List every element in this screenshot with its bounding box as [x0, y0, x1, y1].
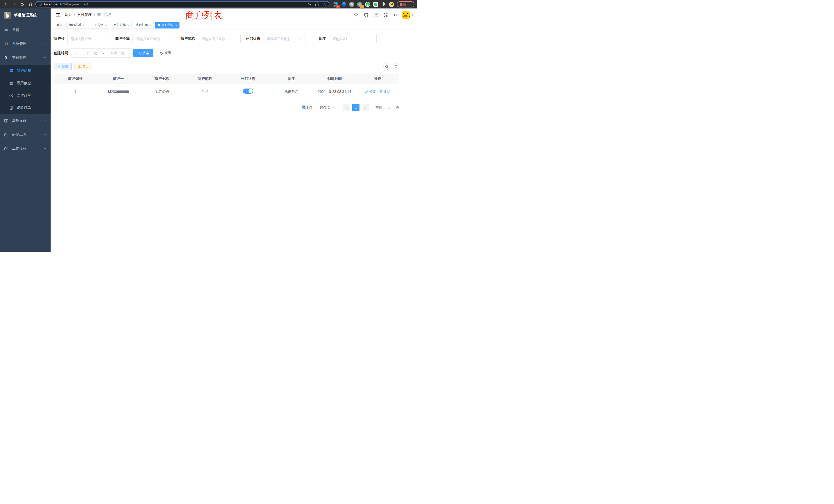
- site-info-icon[interactable]: ⓘ: [39, 2, 42, 7]
- font-size-icon[interactable]: тT: [392, 12, 398, 18]
- tab-merchant-info[interactable]: 商户信息×: [155, 22, 179, 28]
- sidebar-item-app-info[interactable]: ▦ 应用信息: [0, 77, 50, 89]
- sidebar-item-infra[interactable]: 基础设施: [0, 114, 50, 128]
- chevron-down-icon: [43, 42, 46, 45]
- cell-short-name: 芋艿: [183, 89, 226, 94]
- search-button[interactable]: 搜索: [133, 49, 153, 57]
- extensions-puzzle-icon[interactable]: [381, 2, 387, 7]
- next-page-button[interactable]: ›: [362, 104, 369, 111]
- extension-notes-icon[interactable]: [373, 2, 378, 7]
- sidebar-item-pay[interactable]: ¥ 支付管理: [0, 51, 50, 65]
- short-name-label: 商户简称: [180, 37, 195, 41]
- status-select[interactable]: [263, 34, 306, 43]
- edit-link[interactable]: 修改: [365, 89, 376, 94]
- chevron-down-icon: [43, 147, 46, 150]
- sidebar-item-workflow[interactable]: 工作流程: [0, 142, 50, 156]
- calendar-icon: [74, 51, 78, 55]
- close-icon[interactable]: ×: [105, 24, 107, 27]
- export-button[interactable]: 导出: [74, 63, 92, 70]
- full-name-field: [132, 34, 175, 43]
- document-copy-icon: [9, 106, 13, 110]
- close-icon[interactable]: ×: [127, 24, 129, 27]
- browser-home-button[interactable]: [27, 1, 34, 8]
- browser-menu-icon[interactable]: ⋮: [408, 2, 412, 6]
- extension-command-icon[interactable]: ⌘: [349, 2, 355, 7]
- remark-input[interactable]: [332, 37, 373, 41]
- tab-refund-order[interactable]: 退款订单×: [133, 22, 154, 28]
- add-button[interactable]: ＋ 新增: [54, 63, 72, 70]
- grid-icon: ▦: [9, 81, 13, 85]
- sidebar-item-pay-order[interactable]: 支付订单: [0, 89, 50, 101]
- sidebar-item-refund-order[interactable]: 退款订单: [0, 101, 50, 114]
- gear-icon: ⚙: [4, 42, 8, 46]
- bookmark-star-icon[interactable]: ☆: [323, 2, 326, 7]
- end-date-placeholder[interactable]: 结束日期: [107, 51, 128, 55]
- breadcrumb: 首页 / 支付管理 / 商户信息: [64, 13, 112, 17]
- goto-label: 前往: [375, 105, 382, 110]
- app-logo: [4, 12, 11, 19]
- remark-field: [329, 34, 377, 43]
- chevron-down-icon: [43, 119, 46, 122]
- extension-badge: 1: [360, 5, 364, 8]
- pay-submenu: 商户信息 ▦ 应用信息 支付订单 退款订单: [0, 65, 50, 114]
- create-time-range-picker[interactable]: 开始日期 - 结束日期: [71, 48, 131, 58]
- avatar-caret-icon[interactable]: ▾: [412, 13, 413, 17]
- tab-process-form[interactable]: 流程表单×: [66, 22, 87, 28]
- page-suffix-label: 页: [396, 105, 399, 110]
- chevron-down-icon: [299, 37, 302, 40]
- merchant-no-input[interactable]: [71, 37, 106, 41]
- breadcrumb-pay[interactable]: 支付管理: [77, 13, 92, 17]
- page-content: 商户号 商户全称 商户简称 开启状态 备注 创建时间 开始日期: [50, 29, 417, 111]
- sidebar-item-system[interactable]: ⚙ 系统管理: [0, 37, 50, 51]
- red-annotation-text: 商户列表: [185, 9, 222, 21]
- goto-page-input[interactable]: [384, 104, 394, 111]
- extension-blocker-icon[interactable]: 10: [333, 2, 339, 7]
- extension-recorder-icon[interactable]: 1: [357, 2, 363, 7]
- browser-reload-button[interactable]: [19, 1, 26, 8]
- breadcrumb-home[interactable]: 首页: [64, 13, 72, 17]
- start-date-placeholder[interactable]: 开始日期: [80, 51, 101, 55]
- delete-link[interactable]: 删除: [379, 89, 390, 94]
- close-icon[interactable]: ×: [175, 24, 177, 27]
- tab-pay-order[interactable]: 支付订单×: [111, 22, 131, 28]
- status-select-input[interactable]: [267, 37, 298, 41]
- short-name-input[interactable]: [202, 37, 237, 41]
- extension-gem-icon[interactable]: [341, 2, 347, 7]
- browser-back-button[interactable]: [3, 1, 9, 8]
- user-avatar[interactable]: [402, 11, 410, 19]
- sidebar-item-merchant-info[interactable]: 商户信息: [0, 65, 50, 77]
- fullscreen-icon[interactable]: [382, 12, 389, 18]
- toolbox-icon: [4, 133, 8, 137]
- reset-button[interactable]: 重置: [156, 49, 175, 57]
- browser-forward-button[interactable]: [11, 1, 18, 8]
- search-icon[interactable]: [353, 12, 359, 18]
- table-header-row: 商户编号 商户号 商户全称 商户简称 开启状态 备注 创建时间 操作: [54, 74, 399, 84]
- sidebar-item-home[interactable]: 首页: [0, 23, 50, 37]
- browser-update-button[interactable]: 更新 ⋮: [397, 1, 414, 7]
- page-1-button[interactable]: 1: [352, 104, 359, 111]
- tab-home[interactable]: 首页: [54, 22, 65, 28]
- sidebar-collapse-icon[interactable]: [53, 10, 62, 20]
- table-row: 1 M233666999 芋道源码 芋艿 我是备注 2021-10-23 08:…: [54, 84, 399, 99]
- prev-page-button[interactable]: ‹: [343, 104, 350, 111]
- toggle-search-icon[interactable]: [383, 63, 390, 70]
- refresh-icon[interactable]: [393, 63, 399, 70]
- github-icon[interactable]: [363, 12, 369, 18]
- dashboard-icon: [4, 28, 8, 32]
- share-icon[interactable]: [315, 2, 319, 6]
- sidebar-logo-row[interactable]: 芋道管理系统: [0, 8, 50, 22]
- app-title: 芋道管理系统: [14, 13, 37, 18]
- profile-avatar-icon[interactable]: [389, 2, 394, 7]
- page-size-select[interactable]: 10条/页: [315, 104, 340, 111]
- close-icon[interactable]: ×: [150, 24, 151, 27]
- tab-user-group[interactable]: 用户分组×: [89, 22, 109, 28]
- close-icon[interactable]: ×: [83, 24, 85, 27]
- help-icon[interactable]: ?: [373, 12, 379, 18]
- sidebar-item-dev-tools[interactable]: 研发工具: [0, 128, 50, 142]
- extension-yuque-icon[interactable]: y: [365, 2, 371, 7]
- full-name-input[interactable]: [136, 37, 172, 41]
- status-toggle[interactable]: [243, 89, 253, 94]
- password-key-icon[interactable]: [307, 2, 311, 6]
- url-text: localhost:1024/pay/merchant: [44, 2, 304, 6]
- address-bar[interactable]: ⓘ localhost:1024/pay/merchant ☆: [36, 1, 329, 7]
